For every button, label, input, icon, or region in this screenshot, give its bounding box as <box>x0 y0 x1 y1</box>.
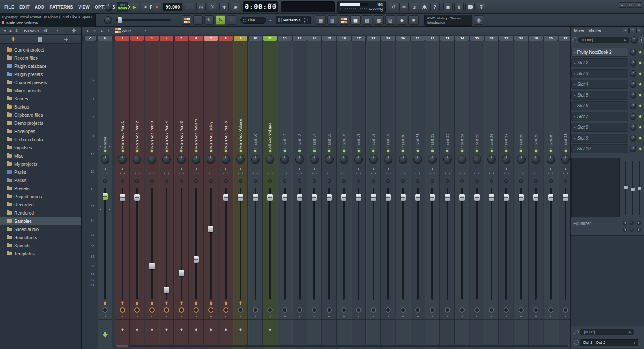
mixer-track-13[interactable]: 13Insert 13 <box>292 36 307 349</box>
track-strip[interactable]: Insert 21 <box>410 41 425 349</box>
stereo-separation-control[interactable] <box>189 171 204 175</box>
fx-slot-selector[interactable]: Slot 10 <box>571 144 628 153</box>
dock-icon[interactable]: ▪ <box>106 28 112 34</box>
track-name[interactable]: Insert 20 <box>401 46 406 149</box>
minimize-button[interactable]: – <box>619 2 626 8</box>
stereo-separation-knob[interactable] <box>431 179 434 183</box>
stereo-separation-control[interactable] <box>292 171 307 175</box>
volume-fader[interactable] <box>410 188 425 300</box>
browser-item-mixer-presets[interactable]: Mixer presets <box>0 86 81 94</box>
view-grid-icon[interactable] <box>112 28 118 34</box>
stereo-separation-control[interactable] <box>544 171 558 175</box>
playlist-button[interactable]: ▤ <box>316 15 326 25</box>
track-strip[interactable]: Insert 28 <box>514 41 529 349</box>
stereo-separation-knob[interactable] <box>446 179 449 183</box>
pan-knob[interactable] <box>502 155 510 164</box>
mute-led[interactable] <box>298 150 301 152</box>
eq-low-knob[interactable] <box>623 221 627 225</box>
pan-knob[interactable] <box>354 155 363 164</box>
pan-knob[interactable] <box>133 155 141 164</box>
mute-led[interactable] <box>240 150 242 152</box>
send-fader-handle[interactable] <box>624 186 628 189</box>
mixer-track-1[interactable]: 1Main Voc Part 1 <box>115 36 130 349</box>
pan-knob[interactable] <box>547 155 555 164</box>
pan-knob[interactable] <box>517 155 526 164</box>
stereo-separation-control[interactable] <box>366 171 381 175</box>
fader-handle[interactable] <box>208 226 213 232</box>
volume-fader[interactable] <box>558 188 570 300</box>
mute-led[interactable] <box>505 150 507 152</box>
pan-knob[interactable] <box>325 155 334 164</box>
volume-fader[interactable] <box>366 188 381 300</box>
pan-knob[interactable] <box>236 155 245 164</box>
send-arrow-icon[interactable] <box>268 328 272 331</box>
stereo-separation-knob[interactable] <box>298 179 301 183</box>
route-arrow-icon[interactable] <box>120 301 125 305</box>
stereo-separation-knob[interactable] <box>504 179 508 183</box>
track-number[interactable]: 31 <box>559 36 570 41</box>
view-chevron-icon[interactable]: ▸ <box>145 28 146 32</box>
audio-output-selector[interactable]: Out 1 - Out 2 <box>580 339 638 346</box>
fx-slot-enable-led[interactable] <box>639 94 641 96</box>
play-button[interactable] <box>130 3 139 11</box>
track-number[interactable]: 29 <box>529 36 543 41</box>
track-number[interactable]: 11 <box>263 36 277 41</box>
record-arm-button[interactable] <box>267 307 273 313</box>
mixer-track-10[interactable]: 10Insert 10 <box>248 36 263 349</box>
master-send-arrow-icon[interactable] <box>103 332 108 337</box>
eq-high-freq-knob[interactable] <box>637 228 641 231</box>
record-arm-button[interactable] <box>238 307 243 313</box>
pan-knob[interactable] <box>310 155 319 164</box>
shop-button[interactable]: ◆ <box>397 15 407 25</box>
speaker-icon[interactable] <box>72 28 77 33</box>
menu-file[interactable]: FILE <box>2 3 17 11</box>
record-arm-button[interactable] <box>120 307 125 313</box>
save-icon[interactable] <box>443 3 453 11</box>
add-icon[interactable]: ✚ <box>11 36 15 42</box>
mixer-track-29[interactable]: 29Insert 29 <box>529 36 543 349</box>
stereo-separation-control[interactable] <box>425 171 440 175</box>
record-arm-button[interactable] <box>208 307 213 313</box>
mixer-track-28[interactable]: 28Insert 28 <box>514 36 529 349</box>
undo-icon[interactable] <box>389 3 398 11</box>
channel-rack-tool-button[interactable] <box>182 15 191 25</box>
pan-knob[interactable] <box>162 155 171 164</box>
fx-minimize-button[interactable]: – <box>623 28 629 33</box>
record-arm-button[interactable] <box>223 307 228 313</box>
track-number[interactable]: 23 <box>440 36 454 41</box>
pointer-tool-button[interactable] <box>193 15 203 25</box>
stereo-separation-knob[interactable] <box>549 179 553 183</box>
fx-slot-enable-led[interactable] <box>639 126 641 128</box>
record-arm-button[interactable] <box>149 307 155 313</box>
browser-item-current-project[interactable]: Current project <box>0 46 81 54</box>
volume-fader[interactable] <box>189 188 204 300</box>
mixer-track-3[interactable]: 3Main Voc Part 3 <box>145 36 159 349</box>
track-number[interactable]: 4 <box>160 36 173 41</box>
mute-led[interactable] <box>343 150 345 152</box>
stereo-separation-control[interactable] <box>248 171 263 175</box>
track-strip[interactable]: Insert 12 <box>277 41 292 349</box>
track-name[interactable]: Main Voc Volume <box>238 46 243 149</box>
stereo-separation-control[interactable] <box>351 171 366 175</box>
track-strip[interactable]: Insert 14 <box>307 41 322 349</box>
mixer-track-20[interactable]: 20Insert 20 <box>396 36 410 349</box>
fader-handle[interactable] <box>489 194 494 201</box>
volume-fader[interactable] <box>219 188 233 300</box>
mute-led[interactable] <box>476 150 478 152</box>
stereo-separation-knob[interactable] <box>135 179 139 183</box>
stereo-separation-knob[interactable] <box>209 179 213 183</box>
track-strip[interactable]: Main Voc Volume <box>233 41 248 349</box>
fader-handle[interactable] <box>327 194 332 201</box>
track-number[interactable]: 21 <box>411 36 425 41</box>
record-arm-button[interactable] <box>504 307 509 313</box>
track-number[interactable]: 30 <box>544 36 558 41</box>
browser-item-packs[interactable]: Packs <box>0 176 81 184</box>
mute-led[interactable] <box>269 150 271 152</box>
fx-slot-enable-led[interactable] <box>639 137 641 139</box>
route-arrow-icon[interactable] <box>238 301 243 305</box>
fader-handle[interactable] <box>519 194 524 201</box>
track-name[interactable]: Main Voc Part 4 <box>164 46 169 149</box>
fader-handle[interactable] <box>386 194 391 201</box>
fx-slot-selector[interactable]: Slot 5 <box>571 91 628 100</box>
stereo-separation-knob[interactable] <box>401 179 405 183</box>
